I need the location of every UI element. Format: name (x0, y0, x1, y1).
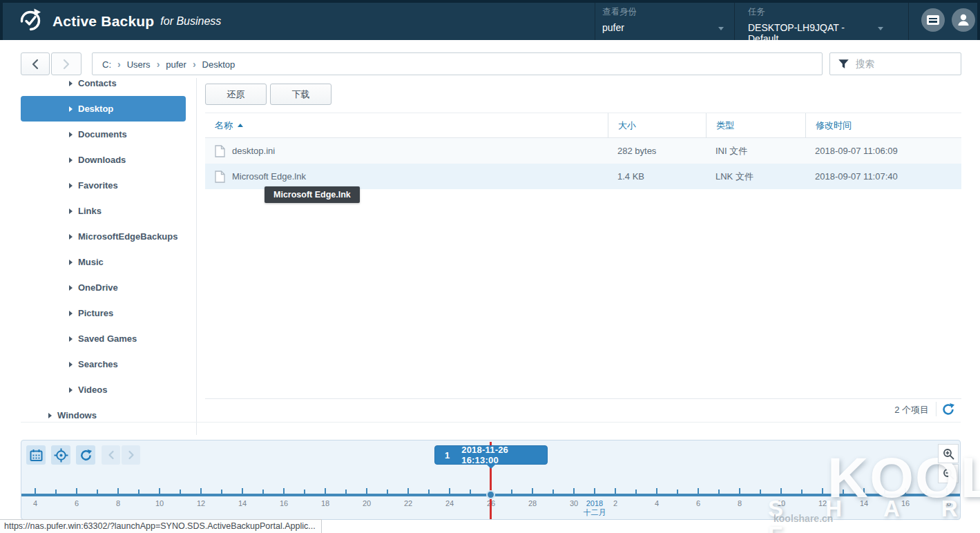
breadcrumb-item[interactable]: Desktop (202, 59, 236, 70)
sidebar-item-label: OneDrive (78, 282, 118, 293)
search-box[interactable] (829, 52, 961, 75)
timeline-day-label: 22 (398, 499, 419, 507)
column-header-modified[interactable]: 修改时间 (805, 113, 961, 137)
timeline-tick (615, 488, 616, 494)
topbar-separator (908, 3, 909, 40)
breadcrumb-item[interactable]: C: (102, 59, 111, 70)
timeline-prev-button[interactable] (102, 445, 120, 465)
expand-arrow-icon[interactable] (69, 260, 73, 265)
timeline-tick (553, 490, 554, 494)
timeline-tick (304, 490, 305, 494)
timeline-tick (884, 490, 885, 494)
sidebar-item-pictures[interactable]: Pictures (21, 300, 196, 326)
sidebar-item-windows[interactable]: Windows (21, 403, 196, 428)
timeline-tick (366, 488, 367, 494)
user-menu-button[interactable] (952, 8, 975, 32)
expand-arrow-icon[interactable] (69, 336, 73, 342)
sidebar-item-label: MicrosoftEdgeBackups (78, 231, 177, 242)
chevron-right-icon (127, 450, 135, 460)
timeline-tick (387, 490, 388, 494)
file-row[interactable]: desktop.ini282 bytesINI 文件2018-09-07 11:… (205, 138, 961, 164)
timeline-tick (97, 490, 98, 494)
search-input[interactable] (856, 59, 952, 69)
file-icon (215, 145, 225, 157)
file-row[interactable]: Microsoft Edge.lnk1.4 KBLNK 文件2018-09-07… (205, 164, 961, 189)
sidebar-item-label: Links (78, 206, 102, 216)
chevron-left-icon (107, 450, 115, 460)
timeline-day-label: 10 (149, 499, 170, 507)
timeline-tick (594, 488, 595, 494)
locate-version-button[interactable] (51, 445, 70, 465)
timeline-zoom-out-button[interactable] (938, 464, 959, 483)
expand-arrow-icon[interactable] (48, 413, 52, 418)
timeline-day-label: 20 (356, 499, 377, 507)
breadcrumb-item[interactable]: Users (127, 59, 151, 70)
expand-arrow-icon[interactable] (69, 81, 73, 86)
timeline-day-label: 28 (522, 499, 543, 507)
file-name: desktop.ini (232, 146, 275, 156)
identity-dropdown[interactable]: 查看身份 pufer (602, 6, 731, 37)
file-modified: 2018-09-07 11:06:09 (815, 146, 898, 156)
refresh-list-button[interactable] (941, 403, 955, 416)
forward-button[interactable] (51, 52, 81, 75)
timeline-day-label: 24 (439, 499, 460, 507)
task-dropdown[interactable]: 任务 DESKTOP-LH9JQAT - Default (748, 6, 872, 37)
expand-arrow-icon[interactable] (69, 209, 73, 214)
timeline-day-label: 12 (812, 499, 833, 507)
expand-arrow-icon[interactable] (69, 285, 73, 291)
version-marker[interactable]: 1 2018-11-26 16:13:00 (434, 445, 548, 465)
sidebar-item-documents[interactable]: Documents (21, 122, 196, 147)
expand-arrow-icon[interactable] (69, 234, 73, 240)
sidebar-item-microsoftedgebackups[interactable]: MicrosoftEdgeBackups (21, 224, 196, 249)
timeline-day-label: 10 (771, 499, 791, 507)
sidebar-item-videos[interactable]: Videos (21, 377, 196, 403)
column-header-size[interactable]: 大小 (608, 113, 706, 137)
download-button[interactable]: 下载 (270, 84, 332, 105)
breadcrumb-item[interactable]: pufer (166, 59, 186, 70)
log-button[interactable] (921, 8, 945, 32)
expand-arrow-icon[interactable] (69, 132, 73, 137)
sidebar-item-links[interactable]: Links (21, 198, 196, 224)
timeline-tick (656, 488, 657, 494)
sidebar-item-saved-games[interactable]: Saved Games (21, 326, 196, 351)
sidebar-item-searches[interactable]: Searches (21, 351, 196, 377)
expand-arrow-icon[interactable] (69, 106, 73, 112)
timeline-tick (780, 488, 782, 494)
timeline-tick (200, 488, 202, 494)
sidebar-item-favorites[interactable]: Favorites (21, 173, 196, 198)
sidebar-item-label: Videos (78, 385, 107, 395)
file-modified: 2018-09-07 11:07:40 (815, 171, 898, 182)
timeline-next-button[interactable] (122, 445, 140, 465)
chevron-right-icon (61, 58, 71, 70)
sidebar-item-contacts[interactable]: Contacts (21, 78, 196, 96)
timeline-day-label: 4 (646, 499, 667, 507)
column-header-name[interactable]: 名称 (205, 113, 608, 137)
timeline-tick (532, 488, 533, 494)
column-header-type[interactable]: 类型 (706, 113, 805, 137)
timeline-handle[interactable] (486, 490, 495, 499)
sidebar-item-onedrive[interactable]: OneDrive (21, 275, 196, 300)
file-name: Microsoft Edge.lnk (232, 171, 306, 182)
restore-button[interactable]: 还原 (205, 84, 267, 105)
calendar-button[interactable] (26, 445, 46, 465)
breadcrumb[interactable]: C:›Users›pufer›Desktop (92, 52, 823, 75)
expand-arrow-icon[interactable] (69, 157, 73, 163)
sidebar-item-downloads[interactable]: Downloads (21, 147, 196, 173)
sidebar-item-music[interactable]: Music (21, 249, 196, 275)
expand-arrow-icon[interactable] (69, 387, 73, 393)
sidebar-item-label: Pictures (78, 308, 113, 318)
expand-arrow-icon[interactable] (69, 311, 73, 316)
sidebar-item-desktop[interactable]: Desktop (21, 96, 186, 122)
app-logo: Active Backup for Business (18, 8, 221, 35)
expand-arrow-icon[interactable] (69, 183, 73, 188)
refresh-timeline-button[interactable] (76, 445, 95, 465)
timeline-day-label: 14 (854, 499, 874, 507)
pane-separator (205, 398, 961, 399)
timeline-tick (470, 490, 471, 494)
user-icon (952, 8, 975, 32)
expand-arrow-icon[interactable] (69, 362, 73, 367)
file-icon (215, 171, 225, 183)
timeline-tick (449, 488, 450, 494)
timeline-zoom-in-button[interactable] (938, 444, 959, 463)
back-button[interactable] (21, 52, 50, 75)
